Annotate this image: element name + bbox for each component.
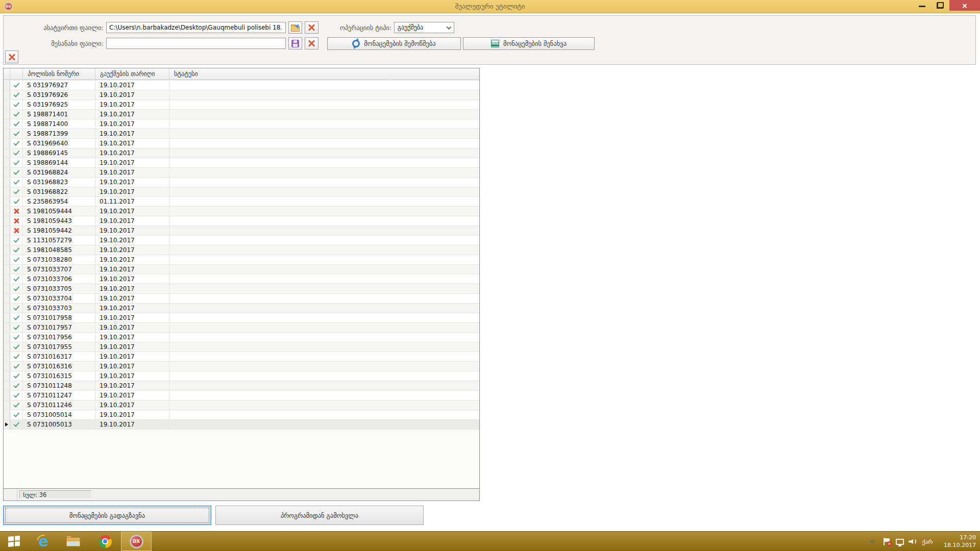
policy-number-cell: S 0731033704 — [23, 294, 95, 303]
row-indicator — [4, 197, 10, 206]
check-data-button[interactable]: მონაცემების შემოწმება — [327, 37, 461, 50]
cancel-operation-button[interactable] — [5, 51, 18, 63]
policy-number-cell: S 0731005013 — [23, 420, 95, 429]
taskbar-item-dx-active[interactable]: DX — [121, 532, 152, 551]
table-row[interactable]: S 03196882219.10.2017 — [4, 187, 479, 197]
cancel-date-cell: 19.10.2017 — [95, 110, 169, 119]
cancel-date-cell: 19.10.2017 — [95, 304, 169, 313]
table-row[interactable]: S 19887139919.10.2017 — [4, 129, 479, 139]
row-indicator — [4, 420, 10, 429]
table-row[interactable]: S 073100501419.10.2017 — [4, 410, 479, 420]
table-row[interactable]: S 073101795619.10.2017 — [4, 333, 479, 342]
table-row[interactable]: S 19886914519.10.2017 — [4, 148, 479, 158]
chrome-icon — [99, 535, 112, 548]
table-row[interactable]: S 03197692519.10.2017 — [4, 100, 479, 110]
table-row[interactable]: S 113105727919.10.2017 — [4, 236, 479, 245]
minimize-button[interactable] — [913, 0, 931, 11]
table-row[interactable]: S 198104858519.10.2017 — [4, 245, 479, 255]
table-row[interactable]: S 073101631619.10.2017 — [4, 362, 479, 371]
policy-number-cell: S 031968822 — [23, 187, 95, 196]
table-row[interactable]: S 03197692719.10.2017 — [4, 81, 479, 90]
table-row[interactable]: S 03196882319.10.2017 — [4, 178, 479, 187]
check-icon — [10, 400, 23, 410]
check-icon — [10, 265, 23, 274]
table-row[interactable]: S 073101631719.10.2017 — [4, 352, 479, 362]
save-file-label: შესანახი ფაილი: — [4, 40, 104, 47]
cancel-date-cell: 19.10.2017 — [95, 158, 169, 167]
check-icon — [10, 90, 23, 99]
table-row[interactable]: S 073101124719.10.2017 — [4, 391, 479, 400]
policy-number-cell: S 1981048585 — [23, 245, 95, 255]
cancel-date-cell: 19.10.2017 — [95, 420, 169, 429]
check-icon — [10, 139, 23, 148]
language-indicator[interactable]: ქარ — [920, 532, 935, 551]
volume-tray-icon[interactable] — [907, 532, 918, 551]
table-row[interactable]: S 073101631519.10.2017 — [4, 371, 479, 381]
table-row[interactable]: S 073103370419.10.2017 — [4, 294, 479, 304]
check-icon — [10, 129, 23, 138]
maximize-button[interactable] — [931, 0, 949, 11]
chevron-down-icon — [447, 24, 452, 30]
policy-number-cell: S 0731033703 — [23, 304, 95, 313]
table-row[interactable]: S 073103370619.10.2017 — [4, 274, 479, 284]
table-row[interactable]: S 198105944219.10.2017 — [4, 226, 479, 236]
table-row[interactable]: S 073101124819.10.2017 — [4, 381, 479, 391]
table-row[interactable]: S 198105944419.10.2017 — [4, 207, 479, 216]
taskbar-item-chrome[interactable] — [93, 532, 117, 551]
status-cell — [169, 207, 479, 216]
send-data-button[interactable]: მონაცემების გადაგზავნა — [3, 506, 211, 525]
status-cell — [169, 294, 479, 303]
column-header-policy[interactable]: პოლისის ნომერი — [23, 68, 95, 80]
save-data-button[interactable]: XLSX მონაცემების შენახვა — [463, 37, 595, 50]
table-row[interactable]: S 073100501319.10.2017 — [4, 420, 479, 430]
table-row[interactable]: S 073103370519.10.2017 — [4, 284, 479, 294]
source-file-input[interactable] — [106, 22, 286, 33]
cancel-date-cell: 19.10.2017 — [95, 333, 169, 342]
status-cell — [169, 110, 479, 119]
taskbar-clock[interactable]: 17:20 18.10.2017 — [939, 534, 976, 549]
row-indicator — [4, 100, 10, 109]
table-row[interactable]: S 073103370319.10.2017 — [4, 304, 479, 313]
status-cell — [169, 342, 479, 352]
tray-show-hidden-icons[interactable] — [869, 539, 875, 543]
minimize-icon — [919, 6, 925, 7]
policy-number-cell: S 1981059442 — [23, 226, 95, 235]
action-center-tray-icon[interactable]: × — [881, 532, 892, 551]
table-row[interactable]: S 073101795519.10.2017 — [4, 342, 479, 352]
table-row[interactable]: S 03197692619.10.2017 — [4, 90, 479, 100]
table-row[interactable]: S 19887140019.10.2017 — [4, 119, 479, 129]
save-as-button[interactable] — [288, 37, 302, 49]
status-icon-column-header[interactable] — [10, 68, 23, 80]
table-row[interactable]: S 198105944319.10.2017 — [4, 216, 479, 226]
clear-save-button[interactable] — [305, 37, 318, 49]
taskbar-item-file-explorer[interactable] — [61, 532, 85, 551]
table-row[interactable]: S 073103828019.10.2017 — [4, 255, 479, 265]
column-header-date[interactable]: გაუქმების თარიღი — [95, 68, 169, 80]
save-file-input[interactable] — [106, 38, 286, 49]
close-button[interactable]: × — [949, 0, 980, 11]
table-row[interactable]: S 23586395401.11.2017 — [4, 197, 479, 207]
column-header-status[interactable]: სტატუსი — [169, 68, 479, 80]
table-row[interactable]: S 03196964019.10.2017 — [4, 139, 479, 148]
table-row[interactable]: S 19887140119.10.2017 — [4, 110, 479, 119]
operation-type-select[interactable]: გაუქმება — [394, 22, 454, 33]
table-row[interactable]: S 073101124619.10.2017 — [4, 400, 479, 410]
table-row[interactable]: S 073101795719.10.2017 — [4, 323, 479, 333]
policy-number-cell: S 031969640 — [23, 139, 95, 148]
check-icon — [10, 294, 23, 303]
status-cell — [169, 216, 479, 226]
table-row[interactable]: S 073101795819.10.2017 — [4, 313, 479, 323]
policy-number-cell: S 0731017958 — [23, 313, 95, 322]
table-row[interactable]: S 03196882419.10.2017 — [4, 168, 479, 178]
exit-program-button[interactable]: პროგრამიდან გამოსვლა — [215, 506, 424, 525]
network-tray-icon[interactable] — [894, 532, 906, 551]
cancel-date-cell: 01.11.2017 — [95, 197, 169, 206]
taskbar: e DX × ქარ 17:20 18.10.2017 — [0, 531, 980, 551]
table-row[interactable]: S 19886914419.10.2017 — [4, 158, 479, 168]
status-cell — [169, 90, 479, 99]
table-row[interactable]: S 073103370719.10.2017 — [4, 265, 479, 274]
taskbar-item-internet-explorer[interactable]: e — [32, 532, 55, 551]
start-button[interactable] — [0, 532, 28, 551]
operation-type-label: ოპერაციის ტიპი: — [289, 24, 391, 32]
status-cell — [169, 197, 479, 206]
